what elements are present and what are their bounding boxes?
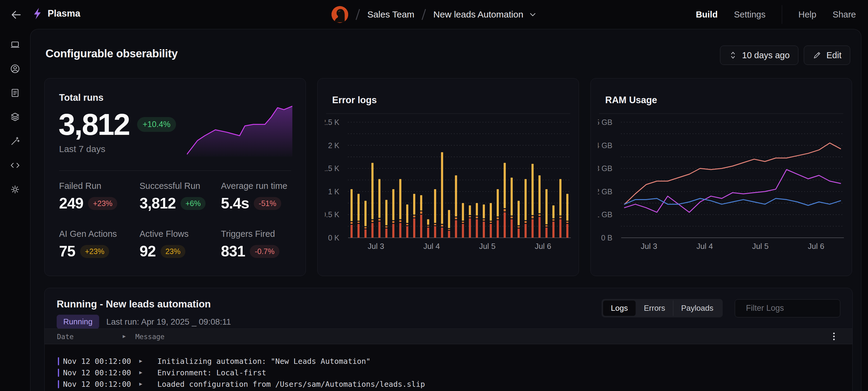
error-logs-title: Error logs: [332, 95, 579, 106]
layers-icon: [10, 112, 21, 122]
nav-help[interactable]: Help: [798, 10, 816, 20]
svg-text:2 GB: 2 GB: [598, 187, 613, 196]
column-message: Message: [135, 333, 164, 341]
svg-text:1.5 K: 1.5 K: [325, 164, 339, 173]
table-menu-button[interactable]: [830, 331, 838, 342]
breadcrumb: Sales Team New leads Automation: [332, 0, 537, 29]
card-divider: [599, 113, 843, 114]
status-badge: Running: [57, 315, 99, 329]
brand-name: Plasma: [48, 8, 81, 19]
svg-text:Jul 6: Jul 6: [808, 242, 824, 251]
log-row-marker: [58, 357, 59, 365]
avatar[interactable]: [332, 6, 348, 23]
sidebar-item-notes[interactable]: [3, 81, 27, 105]
svg-text:Jul 4: Jul 4: [696, 242, 713, 251]
log-row-marker: [58, 380, 59, 388]
sidebar-item-wand[interactable]: [3, 129, 27, 153]
stat-delta-badge: +23%: [88, 197, 117, 210]
total-runs-sparkline: [187, 104, 292, 157]
breadcrumb-divider: [422, 9, 426, 20]
log-date: Nov 12 00:12:00: [63, 380, 131, 389]
sidebar-item-layers[interactable]: [3, 105, 27, 129]
sidebar-item-settings[interactable]: [3, 177, 27, 201]
nav-build[interactable]: Build: [696, 10, 718, 20]
date-range-label: 10 days ago: [742, 50, 789, 60]
total-runs-card: Total runs 3,812 +10.4% Last 7 days Fail…: [44, 78, 306, 276]
kebab-menu-icon: [830, 331, 838, 341]
sidebar-item-monitor[interactable]: [3, 33, 27, 57]
log-message: Initializing automation: "New Leads Auto…: [157, 357, 370, 366]
column-date: Date: [57, 333, 73, 341]
expand-column-icon: ▶: [123, 333, 126, 339]
log-row[interactable]: Nov 12 00:12:00▶Loaded configuration fro…: [44, 379, 852, 390]
log-row[interactable]: Nov 12 00:12:00▶Environment: Local-first: [44, 367, 852, 379]
svg-text:0.5 K: 0.5 K: [325, 210, 339, 219]
svg-text:4 GB: 4 GB: [598, 141, 613, 150]
brand[interactable]: Plasma: [31, 7, 81, 20]
ram-usage-chart: 0 B1 GB2 GB3 GB4 GB5 GBJul 3Jul 4Jul 5Ju…: [598, 118, 845, 259]
stat-delta-badge: -0.7%: [250, 245, 279, 258]
svg-text:Jul 4: Jul 4: [424, 242, 440, 251]
breadcrumb-divider: [355, 9, 360, 20]
pencil-icon: [812, 51, 822, 60]
nav-settings[interactable]: Settings: [734, 10, 766, 20]
date-range-button[interactable]: 10 days ago: [720, 46, 798, 65]
last-run-text: Last run: Apr 19, 2025 _ 09:08:11: [106, 317, 231, 327]
svg-text:3 GB: 3 GB: [598, 164, 613, 173]
code-icon: [10, 160, 21, 171]
edit-label: Edit: [827, 50, 841, 60]
nav-share[interactable]: Share: [833, 10, 856, 20]
stat-value: 249: [59, 195, 83, 212]
total-runs-title: Total runs: [59, 92, 306, 103]
edit-button[interactable]: Edit: [804, 46, 850, 65]
ram-usage-title: RAM Usage: [605, 95, 852, 106]
tab-payloads[interactable]: Payloads: [673, 301, 721, 316]
back-button[interactable]: [9, 8, 23, 22]
settings-icon: [10, 184, 21, 195]
stat-value: 92: [140, 243, 156, 260]
total-runs-delta-badge: +10.4%: [137, 117, 176, 132]
svg-text:2.5 K: 2.5 K: [325, 118, 339, 127]
top-navbar: Plasma Sales Team New leads Automation B…: [0, 0, 868, 29]
breadcrumb-team[interactable]: Sales Team: [367, 9, 414, 20]
svg-text:0 B: 0 B: [601, 233, 613, 242]
plasma-logo-icon: [31, 7, 43, 20]
log-row[interactable]: Nov 12 00:12:00▶Initializing automation:…: [44, 356, 852, 367]
avatar-image: [332, 6, 348, 23]
expand-row-icon: ▶: [139, 358, 142, 364]
stat-item: Successful Run3,812+6%: [140, 181, 221, 212]
stat-delta-badge: +23%: [80, 245, 110, 258]
stat-label: Successful Run: [140, 181, 221, 191]
back-arrow-icon: [9, 8, 23, 22]
sidebar-item-code[interactable]: [3, 153, 27, 177]
stat-item: AI Gen Actions75+23%: [59, 229, 140, 260]
stat-value: 831: [221, 243, 245, 260]
page-header: Configurable obserability 10 days ago Ed…: [45, 47, 850, 69]
svg-text:1 GB: 1 GB: [598, 210, 613, 219]
svg-text:Jul 5: Jul 5: [752, 242, 769, 251]
filter-logs-input[interactable]: [746, 304, 852, 313]
stat-value: 75: [59, 243, 75, 260]
stat-label: Active Flows: [140, 229, 221, 239]
tab-errors[interactable]: Errors: [636, 301, 673, 316]
stat-item: Failed Run249+23%: [59, 181, 140, 212]
expand-row-icon: ▶: [139, 369, 142, 375]
ram-usage-card: RAM Usage 0 B1 GB2 GB3 GB4 GB5 GBJul 3Ju…: [590, 78, 852, 276]
filter-logs-field[interactable]: [735, 299, 840, 317]
svg-text:Jul 3: Jul 3: [368, 242, 384, 251]
card-divider: [326, 113, 570, 114]
tab-logs[interactable]: Logs: [603, 301, 636, 316]
log-tabs: LogsErrorsPayloads: [601, 299, 723, 317]
sidebar-item-user[interactable]: [3, 57, 27, 81]
log-row-marker: [58, 369, 59, 377]
breadcrumb-automation[interactable]: New leads Automation: [433, 9, 537, 20]
stat-label: AI Gen Actions: [59, 229, 140, 239]
main-panel: Configurable obserability 10 days ago Ed…: [30, 29, 861, 391]
stat-delta-badge: +6%: [181, 197, 206, 210]
log-date: Nov 12 00:12:00: [63, 368, 131, 377]
nav-links: Build Settings Help Share: [696, 0, 856, 29]
log-rows: Nov 12 00:12:00▶Initializing automation:…: [44, 344, 852, 391]
svg-text:1 K: 1 K: [328, 187, 339, 196]
stat-item: Average run time5.4s-51%: [221, 181, 297, 212]
chevron-down-icon: [529, 10, 536, 19]
